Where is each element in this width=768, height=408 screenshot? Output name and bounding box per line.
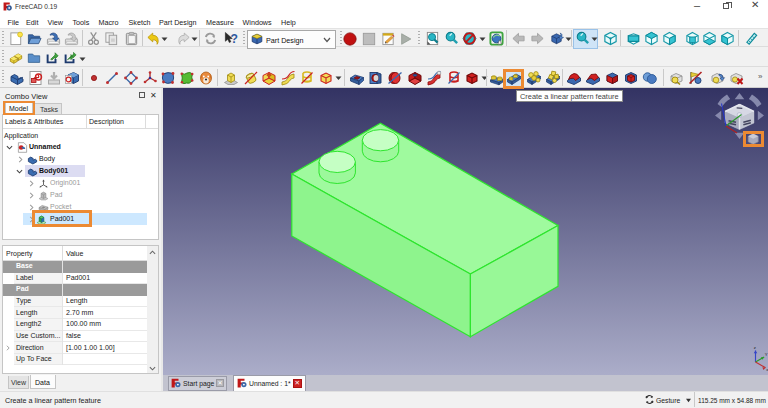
- svg-text:?: ?: [231, 32, 238, 46]
- svg-text:z: z: [754, 345, 756, 350]
- svg-text:Y: Y: [765, 352, 768, 357]
